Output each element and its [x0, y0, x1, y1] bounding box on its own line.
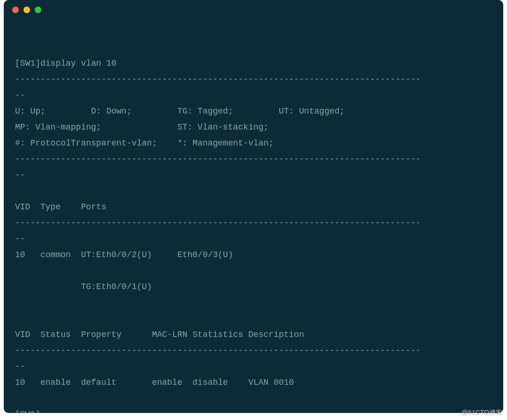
zoom-icon[interactable]: [35, 7, 41, 13]
terminal-line: 10 common UT:Eth0/0/2(U) Eth0/0/3(U): [15, 250, 400, 260]
window-titlebar: [4, 0, 503, 20]
terminal-line: 10 enable default enable disable VLAN 00…: [15, 378, 400, 387]
watermark-label: @51CTO博客: [461, 409, 502, 417]
terminal-line: MP: Vlan-mapping; ST: Vlan-stacking;: [15, 122, 269, 132]
terminal-line: [SW1]display vlan 10: [15, 59, 116, 68]
terminal-line: --: [15, 234, 25, 244]
terminal-line: --: [15, 91, 25, 100]
terminal-window: [SW1]display vlan 10 -------------------…: [4, 0, 503, 413]
terminal-output: [SW1]display vlan 10 -------------------…: [4, 20, 503, 413]
close-icon[interactable]: [12, 7, 19, 13]
terminal-line: VID Status Property MAC-LRN Statistics D…: [15, 330, 335, 339]
terminal-line: U: Up; D: Down; TG: Tagged; UT: Untagged…: [15, 107, 345, 116]
terminal-line: VID Type Ports: [15, 202, 400, 212]
terminal-line: ----------------------------------------…: [15, 218, 421, 228]
minimize-icon[interactable]: [23, 7, 30, 13]
terminal-line: TG:Eth0/0/1(U): [15, 282, 400, 291]
terminal-line: ----------------------------------------…: [15, 154, 421, 164]
terminal-line: --: [15, 170, 25, 180]
terminal-line: --: [15, 362, 25, 371]
terminal-line: ----------------------------------------…: [15, 346, 421, 355]
terminal-line: #: ProtocolTransparent-vlan; *: Manageme…: [15, 138, 274, 148]
terminal-line: [SW1]: [15, 410, 40, 413]
terminal-line: ----------------------------------------…: [15, 75, 421, 84]
